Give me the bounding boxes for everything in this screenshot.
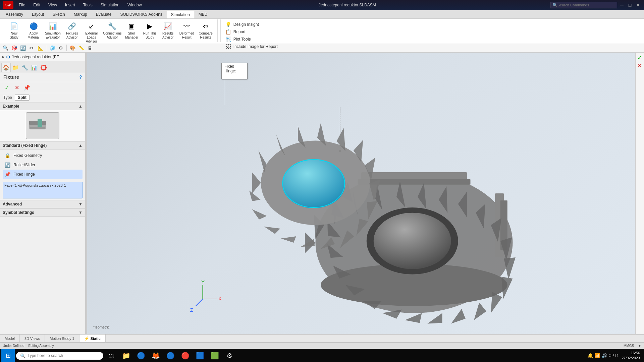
report-button[interactable]: 📋 Report — [223, 28, 280, 36]
fixture-item-fixed-geometry[interactable]: 🔒 Fixed Geometry — [3, 151, 83, 160]
minimize-button[interactable]: ─ — [619, 2, 625, 8]
tab-static[interactable]: ⚡ Static — [79, 335, 106, 342]
symbol-toggle[interactable]: ▼ — [78, 210, 83, 215]
panel-tab-folder[interactable]: 📁 — [11, 63, 20, 72]
panel-tab-circle[interactable]: ⭕ — [39, 63, 48, 72]
tab-3dviews[interactable]: 3D Views — [20, 335, 45, 342]
plot-tools-button[interactable]: 📉 Plot Tools — [223, 36, 280, 43]
taskbar-icon-chrome[interactable]: 🔴 — [178, 349, 192, 362]
selected-face-box[interactable]: Face<1>@Pogonski zupcanik 2023-1 — [3, 182, 83, 198]
tab-sketch[interactable]: Sketch — [48, 10, 69, 18]
taskbar-search-input[interactable] — [28, 353, 91, 358]
taskbar-icon-solidworks[interactable]: 🟩 — [208, 349, 221, 362]
tray-battery[interactable]: CPT1 — [608, 353, 619, 358]
view-axes-btn[interactable]: 📏 — [77, 44, 85, 52]
advanced-toggle[interactable]: ▼ — [78, 202, 83, 206]
view-screen-btn[interactable]: 🖥 — [86, 44, 94, 52]
symbol-title: Symbol Settings — [3, 210, 34, 215]
search-commands-input[interactable] — [557, 3, 611, 7]
tab-motion-study[interactable]: Motion Study 1 — [45, 335, 79, 342]
taskbar-icon-app2[interactable]: ⚙ — [223, 349, 236, 362]
menu-file[interactable]: File — [16, 2, 28, 8]
tray-network[interactable]: 📶 — [594, 353, 600, 358]
example-area — [0, 110, 85, 141]
apply-material-button[interactable]: 🔵 ApplyMaterial — [25, 20, 42, 41]
reject-button[interactable]: ✕ — [13, 83, 21, 92]
view-target-btn[interactable]: 🎯 — [10, 44, 18, 52]
right-reject-button[interactable]: ✕ — [636, 62, 644, 69]
design-insight-button[interactable]: 💡 Design Insight — [223, 21, 280, 28]
search-bar[interactable]: 🔍 — [550, 2, 617, 8]
taskbar-icon-firefox[interactable]: 🦊 — [149, 349, 162, 362]
tray-notification[interactable]: 🔔 — [587, 353, 593, 358]
results-advisor-button[interactable]: 📈 ResultsAdvisor — [159, 20, 177, 41]
taskbar-icon-word[interactable]: 🟦 — [193, 349, 207, 362]
tab-assembly[interactable]: Assembly — [1, 10, 28, 18]
taskbar-search-box[interactable]: 🔍 — [16, 352, 103, 360]
view-display-btn[interactable]: 🎨 — [68, 44, 76, 52]
fixed-hinge-icon: 📌 — [4, 171, 11, 178]
include-image-button[interactable]: 🖼 Include Image for Report — [223, 43, 280, 50]
results-label: ResultsAdvisor — [162, 32, 173, 40]
tab-model[interactable]: Model — [0, 335, 20, 342]
accept-button[interactable]: ✓ — [3, 83, 11, 92]
standard-section-header[interactable]: Standard (Fixed Hinge) ▲ — [0, 141, 85, 149]
fixtures-advisor-button[interactable]: 🔗 FixturesAdvisor — [63, 20, 81, 41]
shell-manager-button[interactable]: ▣ ShellManager — [123, 20, 141, 41]
symbol-section-header[interactable]: Symbol Settings ▼ — [0, 208, 85, 217]
panel-tab-home[interactable]: 🏠 — [1, 63, 11, 72]
new-study-button[interactable]: 📄 New Study — [4, 20, 24, 41]
connections-advisor-button[interactable]: 🔧 ConnectionsAdvisor — [102, 20, 122, 41]
tab-simulation[interactable]: Simulation — [167, 11, 194, 18]
windows-start-button[interactable]: ⊞ — [1, 349, 15, 362]
deformed-label: DeformedResult — [179, 32, 194, 40]
view-zoom-btn[interactable]: 🔍 — [1, 44, 9, 52]
simulation-evaluator-button[interactable]: 📊 SimulationEvaluator — [43, 20, 63, 41]
external-loads-advisor-button[interactable]: ↙ External LoadsAdvisor — [82, 20, 102, 45]
view-rotate-btn[interactable]: 🔄 — [19, 44, 27, 52]
taskbar: ⊞ 🔍 🗂 📁 🔵 🦊 🔵 🔴 🟦 🟩 ⚙ 🔔 📶 🔊 CPT1 16:56 2… — [0, 349, 644, 362]
compare-results-button[interactable]: ⇔ CompareResults — [197, 20, 215, 41]
pin-button[interactable]: 📌 — [23, 83, 31, 92]
standard-toggle[interactable]: ▲ — [78, 143, 83, 148]
advanced-section-header[interactable]: Advanced ▼ — [0, 200, 85, 208]
tab-markup[interactable]: Markup — [69, 10, 92, 18]
menu-window[interactable]: Window — [125, 2, 145, 8]
panel-tab-tool[interactable]: 🔧 — [20, 63, 30, 72]
apply-material-label: ApplyMaterial — [28, 32, 40, 40]
run-this-study-button[interactable]: ▶ Run ThisStudy — [141, 20, 159, 41]
taskbar-icon-explorer[interactable]: 🗂 — [105, 349, 118, 362]
view-measure-btn[interactable]: 📐 — [36, 44, 44, 52]
taskbar-icon-edge[interactable]: 🔵 — [134, 349, 148, 362]
menu-simulation[interactable]: Simulation — [98, 2, 122, 8]
close-button[interactable]: ✕ — [635, 2, 641, 8]
tree-expand-arrow[interactable]: ▶ — [2, 55, 5, 59]
tab-solidworks-addins[interactable]: SOLIDWORKS Add-Ins — [116, 10, 166, 18]
fixture-item-roller-slider[interactable]: 🔄 Roller/Slider — [3, 160, 83, 170]
example-toggle[interactable]: ▲ — [78, 104, 83, 109]
view-3d-btn[interactable]: 🧊 — [48, 44, 56, 52]
title-bar-controls: 🔍 ─ □ ✕ — [550, 2, 641, 8]
panel-tab-chart[interactable]: 📊 — [30, 63, 39, 72]
feature-tree-header: ▶ ⚙ Jednostepeni reduktor (FE... — [0, 53, 85, 61]
tab-layout[interactable]: Layout — [28, 10, 48, 18]
menu-tools[interactable]: Tools — [80, 2, 95, 8]
view-settings-btn[interactable]: ⚙ — [57, 44, 65, 52]
menu-edit[interactable]: Edit — [31, 2, 43, 8]
right-accept-button[interactable]: ✓ — [636, 54, 644, 61]
taskbar-icon-folder[interactable]: 📁 — [119, 349, 133, 362]
tab-mbd[interactable]: MBD — [194, 10, 212, 18]
fixture-item-fixed-hinge[interactable]: 📌 Fixed Hinge — [3, 170, 83, 179]
deformed-result-button[interactable]: 〰 DeformedResult — [177, 20, 196, 41]
tab-evaluate[interactable]: Evaluate — [92, 10, 116, 18]
menu-insert[interactable]: Insert — [62, 2, 78, 8]
fixture-help-icon[interactable]: ? — [79, 74, 82, 80]
taskbar-icon-opera[interactable]: 🔵 — [164, 349, 177, 362]
tray-volume[interactable]: 🔊 — [601, 353, 607, 358]
maximize-button[interactable]: □ — [627, 2, 633, 8]
example-section-header[interactable]: Example ▲ — [0, 102, 85, 110]
status-dropdown[interactable]: ▼ — [638, 344, 641, 348]
system-clock[interactable]: 16:56 27/02/2023 — [622, 351, 640, 361]
view-section-btn[interactable]: ✂ — [28, 44, 36, 52]
menu-view[interactable]: View — [46, 2, 60, 8]
